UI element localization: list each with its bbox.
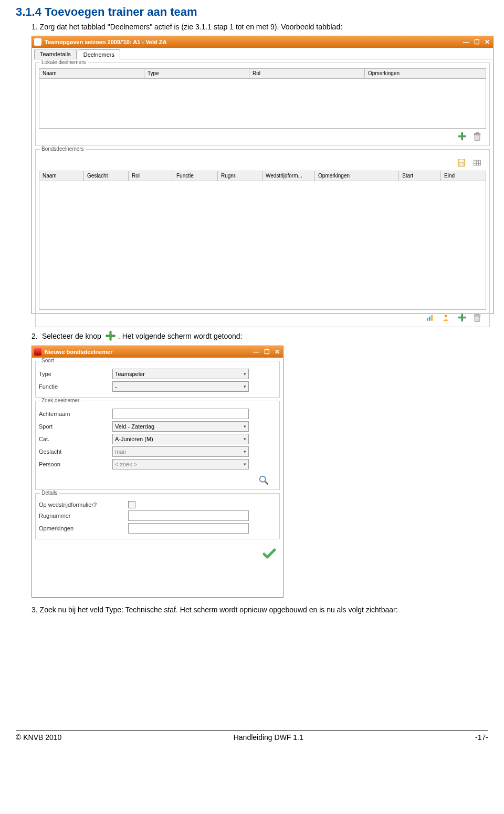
group-zoek-deelnemer: Zoek deelnemer Achternaam Sport Veld - Z… [35, 401, 280, 490]
label-functie: Functie [39, 383, 112, 390]
col-start[interactable]: Start [399, 171, 441, 181]
chart-icon[interactable] [424, 312, 436, 323]
trash-icon[interactable] [471, 131, 483, 142]
maximize-icon[interactable]: ☐ [473, 38, 480, 46]
step-number: 2. [32, 332, 42, 340]
group-lokale-deelnemers: Lokale deelnemers Naam Type Rol Opmerkin… [35, 62, 490, 146]
label-achternaam: Achternaam [39, 411, 112, 417]
chevron-down-icon: ▾ [244, 424, 246, 429]
step-3-text: 3. Zoek nu bij het veld Type: Technische… [32, 605, 488, 615]
select-persoon[interactable]: < zoek > ▾ [112, 459, 249, 469]
tab-teamdetails[interactable]: Teamdetails [34, 49, 77, 59]
minimize-icon[interactable]: — [253, 348, 260, 356]
close-icon[interactable]: ✕ [484, 38, 491, 46]
label-cat: Cat. [39, 436, 112, 442]
step-text-a: Selecteer de knop [42, 332, 101, 340]
chevron-down-icon: ▾ [244, 371, 246, 377]
window-teamopgaven: Teamopgaven seizoen 2009/'10: A1 - Veld … [32, 36, 494, 314]
group-legend: Details [40, 490, 59, 496]
select-value: Veld - Zaterdag [115, 423, 154, 430]
footer-page: -17- [475, 733, 488, 742]
label-persoon: Persoon [39, 461, 112, 467]
group-legend: Soort [40, 358, 56, 363]
group-legend: Bondsdeelnemers [40, 146, 86, 152]
col-rugnr[interactable]: Rugnr. [218, 171, 262, 181]
select-type[interactable]: Teamspeler ▾ [112, 369, 249, 379]
chevron-down-icon: ▾ [244, 449, 246, 454]
col-naam[interactable]: Naam [39, 171, 84, 181]
save-icon[interactable] [456, 157, 467, 169]
chevron-down-icon: ▾ [244, 384, 246, 389]
step-2-row: 2. Selecteer de knop . Het volgende sche… [32, 330, 488, 342]
input-rugnummer[interactable] [128, 510, 249, 521]
chevron-down-icon: ▾ [244, 462, 246, 467]
titlebar: Teamopgaven seizoen 2009/'10: A1 - Veld … [32, 36, 493, 48]
footer-title: Handleiding DWF 1.1 [234, 733, 303, 742]
label-type: Type [39, 371, 112, 377]
person-icon[interactable] [440, 312, 452, 323]
col-naam[interactable]: Naam [39, 69, 144, 78]
col-opmerkingen[interactable]: Opmerkingen [315, 171, 399, 181]
confirm-icon[interactable] [262, 547, 277, 561]
tab-deelnemers[interactable]: Deelnemers [78, 49, 120, 59]
window-title: Teamopgaven seizoen 2009/'10: A1 - Veld … [45, 39, 166, 45]
add-icon[interactable] [456, 131, 467, 142]
col-rol[interactable]: Rol [249, 69, 365, 78]
close-icon[interactable]: ✕ [274, 348, 281, 356]
col-eind[interactable]: Eind [441, 171, 486, 181]
group-details: Details Op wedstrijdformulier? Rugnummer… [35, 493, 280, 539]
app-icon [34, 38, 41, 46]
add-icon[interactable] [456, 312, 467, 323]
select-cat[interactable]: A-Junioren (M) ▾ [112, 434, 249, 444]
titlebar: Nieuwe bondsdeelnemer — ☐ ✕ [32, 346, 283, 358]
col-opmerkingen[interactable]: Opmerkingen [365, 69, 486, 78]
minimize-icon[interactable]: — [463, 38, 470, 46]
step-1-text: 1. Zorg dat het tabblad "Deelnemers" act… [32, 22, 488, 33]
label-sport: Sport [39, 423, 112, 430]
group-soort: Soort Type Teamspeler ▾ Functie - ▾ [35, 361, 280, 398]
input-opmerkingen[interactable] [128, 523, 249, 534]
group-legend: Lokale deelnemers [40, 59, 88, 65]
grid-header: Naam Geslacht Rol Functie Rugnr. Wedstri… [39, 171, 486, 181]
step-text-b: . Het volgende scherm wordt getoond: [118, 332, 243, 340]
window-nieuwe-bondsdeelnemer: Nieuwe bondsdeelnemer — ☐ ✕ Soort Type T… [32, 346, 284, 598]
table-icon[interactable] [471, 157, 483, 169]
group-legend: Zoek deelnemer [40, 398, 81, 403]
step-number: 3. [32, 606, 38, 614]
grid-body[interactable] [39, 181, 486, 310]
step-content: Zorg dat het tabblad "Deelnemers" actief… [40, 23, 343, 31]
section-heading: 3.1.4 Toevoegen trainer aan team [16, 5, 488, 19]
maximize-icon[interactable]: ☐ [263, 348, 270, 356]
chevron-down-icon: ▾ [244, 436, 246, 442]
select-sport[interactable]: Veld - Zaterdag ▾ [112, 421, 249, 432]
step-number: 1. [32, 23, 38, 31]
step-content: Zoek nu bij het veld Type: Technische st… [40, 606, 398, 614]
input-achternaam[interactable] [112, 409, 249, 419]
select-value: man [115, 448, 126, 455]
checkbox-opwedstrijd[interactable] [128, 501, 135, 508]
java-icon [34, 348, 41, 356]
grid-header: Naam Type Rol Opmerkingen [39, 68, 486, 79]
col-wedstrijdform[interactable]: Wedstrijdform... [262, 171, 315, 181]
select-value: Teamspeler [115, 371, 145, 377]
footer-copyright: © KNVB 2010 [16, 733, 61, 742]
label-opmerkingen: Opmerkingen [39, 525, 128, 531]
select-value: - [115, 383, 117, 390]
search-icon[interactable] [258, 475, 270, 486]
col-geslacht[interactable]: Geslacht [84, 171, 129, 181]
select-geslacht[interactable]: man ▾ [112, 446, 249, 457]
tab-strip: Teamdetails Deelnemers [32, 49, 493, 59]
group-bondsdeelnemers: Bondsdeelnemers Naam Geslacht Rol Functi… [35, 149, 490, 327]
plus-icon [103, 330, 116, 342]
label-rugnummer: Rugnummer [39, 513, 128, 519]
select-functie[interactable]: - ▾ [112, 381, 249, 392]
select-placeholder: < zoek > [115, 461, 137, 467]
col-functie[interactable]: Functie [173, 171, 218, 181]
page-footer: © KNVB 2010 Handleiding DWF 1.1 -17- [16, 730, 488, 742]
col-type[interactable]: Type [144, 69, 249, 78]
trash-icon[interactable] [471, 312, 483, 323]
label-opwedstrijd: Op wedstrijdformulier? [39, 502, 128, 508]
col-rol[interactable]: Rol [129, 171, 173, 181]
select-value: A-Junioren (M) [115, 436, 153, 442]
grid-body[interactable] [39, 79, 486, 129]
